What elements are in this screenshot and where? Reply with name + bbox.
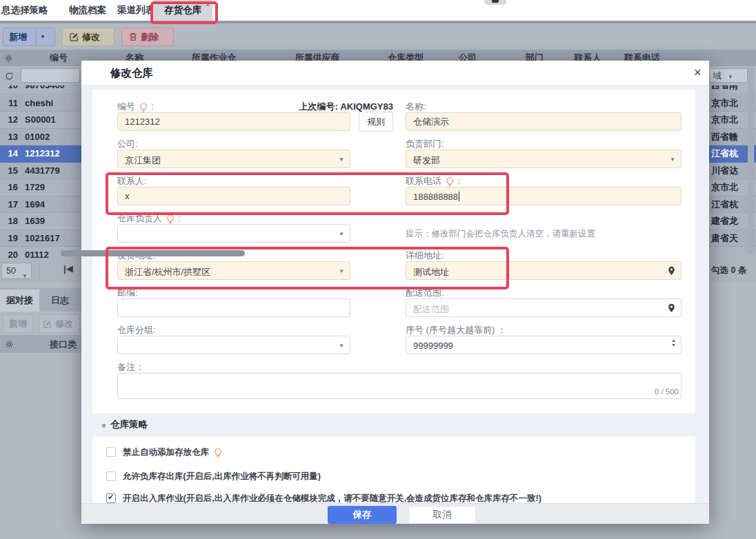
name-input[interactable]: [406, 112, 682, 131]
horizontal-scrollbar-thumb[interactable]: [61, 250, 245, 256]
department-label: 负责部门:: [406, 138, 444, 150]
add-button[interactable]: 新增 ▼: [3, 28, 55, 46]
manager-hint: 提示：修改部门会把仓库负责人清空，请重新设置: [406, 228, 595, 240]
bottom-edit-button[interactable]: 修改: [39, 314, 80, 333]
cancel-button[interactable]: 取消: [408, 506, 476, 524]
delivery-range-input[interactable]: 配送范围: [406, 298, 682, 317]
tab-stock-warehouse-label: 存货仓库: [164, 5, 201, 15]
tab-strategy[interactable]: 息选择策略: [1, 0, 48, 21]
modal-close-icon[interactable]: ×: [694, 65, 702, 80]
page-size-select[interactable]: 50 ▼: [1, 263, 32, 279]
tabbar-divider: [0, 21, 756, 23]
caret-down-icon: ▼: [339, 343, 344, 349]
rule-button[interactable]: 规则: [359, 112, 393, 132]
remark-label: 备注：: [117, 361, 144, 374]
tab-logistics[interactable]: 物流档案: [69, 0, 106, 21]
bulb-icon: [214, 448, 222, 458]
code-filter-input[interactable]: [21, 68, 80, 83]
checkbox-inout-jobs-label: 开启出入库作业(开启后,出入库作业必须在仓储模块完成，请不要随意开关,会造成货位…: [123, 493, 541, 503]
group-select[interactable]: ▼: [117, 336, 350, 354]
bottom-panel-toolbar: 新增 修改: [0, 312, 81, 334]
save-button[interactable]: 保存: [328, 506, 397, 524]
ship-address-select[interactable]: 浙江省/杭州市/拱墅区▼: [117, 261, 350, 280]
tab-data-dock[interactable]: 据对接: [0, 289, 39, 312]
caret-down-icon: ▼: [670, 156, 675, 163]
contact-input[interactable]: [117, 187, 350, 205]
checkbox-negative-stock[interactable]: [106, 471, 116, 481]
zipcode-input[interactable]: [117, 298, 350, 317]
vertical-scrollbar[interactable]: [748, 66, 754, 254]
bottom-add-button[interactable]: 新增: [3, 314, 33, 333]
page-size-value: 50: [2, 266, 16, 276]
add-button-label: 新增: [3, 31, 32, 43]
map-pin-icon[interactable]: [668, 266, 675, 276]
filter-caret-icon: ▼: [728, 74, 733, 80]
text-cursor: [459, 192, 459, 201]
contact-label: 联系人:: [117, 175, 147, 187]
manager-select[interactable]: ▼: [117, 224, 350, 243]
company-label: 公司:: [117, 138, 138, 150]
delivery-range-label: 配送范围:: [406, 287, 444, 299]
delete-button-label: 删除: [141, 31, 159, 43]
top-tab-bar: 息选择策略 物流档案 渠道列表 存货仓库 ×: [0, 0, 756, 21]
map-pin-icon[interactable]: [668, 303, 675, 313]
checkmark-icon: ✔: [108, 493, 114, 502]
code-label: 编号 :: [117, 101, 154, 113]
edit-pencil-icon: [70, 32, 79, 41]
bottom-gear-icon[interactable]: [5, 339, 14, 352]
region-filter-fragment[interactable]: 域 ▼: [709, 68, 748, 83]
department-select[interactable]: 研发部▼: [406, 150, 682, 168]
modal-header: 修改仓库 ×: [81, 61, 709, 85]
tab-channel-list[interactable]: 渠道列表: [117, 0, 155, 21]
pagination-divider: [39, 263, 39, 279]
delete-button[interactable]: 删除: [121, 28, 174, 46]
window-notch: [484, 0, 506, 5]
add-dropdown-caret-icon[interactable]: ▼: [36, 28, 49, 45]
bottom-panel-header: 接口类: [0, 335, 81, 353]
group-label: 仓库分组:: [117, 324, 156, 336]
checkbox-no-auto-add-label: 禁止自动添加存放仓库: [123, 447, 222, 458]
phone-label: 联系电话 :: [406, 175, 460, 187]
edit-button[interactable]: 修改: [62, 28, 115, 46]
company-select[interactable]: 京江集团▼: [117, 150, 350, 168]
detail-address-input[interactable]: 测试地址: [406, 261, 682, 280]
name-label: 名称:: [406, 101, 426, 113]
column-settings-gear-icon[interactable]: [4, 53, 13, 65]
checkbox-negative-stock-label: 允许负库存出库(开启后,出库作业将不再判断可用量): [123, 471, 321, 482]
first-page-icon[interactable]: |◀: [63, 263, 73, 274]
bottom-col-header: 接口类: [50, 338, 77, 351]
strategy-card: 禁止自动添加存放仓库 允许负库存出库(开启后,出库作业将不再判断可用量) ✔ 开…: [92, 436, 695, 503]
code-input[interactable]: [117, 112, 350, 131]
edit-pencil-icon: [43, 320, 52, 328]
seq-stepper[interactable]: 99999999 ▲▼: [406, 336, 682, 354]
checkbox-inout-jobs[interactable]: ✔: [106, 494, 116, 503]
edit-warehouse-modal: 修改仓库 × 编号 : 上次编号: AKIQMGY83 名称: 规则 公司: 负…: [81, 61, 709, 524]
stepper-arrows-icon[interactable]: ▲▼: [671, 338, 676, 347]
modal-title: 修改仓库: [110, 66, 153, 81]
bulb-icon: [446, 177, 454, 187]
detail-address-label: 详细地址:: [406, 250, 444, 262]
remark-textarea[interactable]: [117, 373, 682, 399]
manager-label: 仓库负责人 :: [117, 212, 181, 225]
refresh-icon[interactable]: [5, 71, 14, 83]
col-header-code[interactable]: 编号: [50, 50, 68, 66]
checked-count-label: 勾选 0 条: [711, 265, 750, 276]
caret-down-icon: ▼: [339, 156, 344, 163]
tab-stock-warehouse[interactable]: 存货仓库 ×: [153, 0, 212, 21]
notch-dot: [492, 0, 499, 3]
bulb-icon: [139, 103, 148, 112]
bottom-panel-tabbar: 据对接 日志: [0, 288, 81, 312]
char-counter: 0 / 500: [633, 387, 679, 396]
trash-icon: [129, 32, 137, 41]
seq-label: 序号 (序号越大越靠前) ：: [406, 324, 506, 336]
caret-down-icon: ▼: [339, 231, 344, 237]
tab-log[interactable]: 日志: [39, 289, 81, 312]
edit-button-label: 修改: [82, 31, 100, 43]
section-title: 仓库策略: [110, 418, 148, 431]
phone-input[interactable]: 188888888: [406, 187, 682, 205]
caret-down-icon: ▼: [339, 268, 344, 274]
zipcode-label: 邮编:: [117, 287, 138, 299]
tab-close-icon[interactable]: ×: [206, 1, 210, 8]
delivery-range-placeholder: 配送范围: [413, 303, 449, 316]
checkbox-no-auto-add[interactable]: [106, 447, 116, 457]
